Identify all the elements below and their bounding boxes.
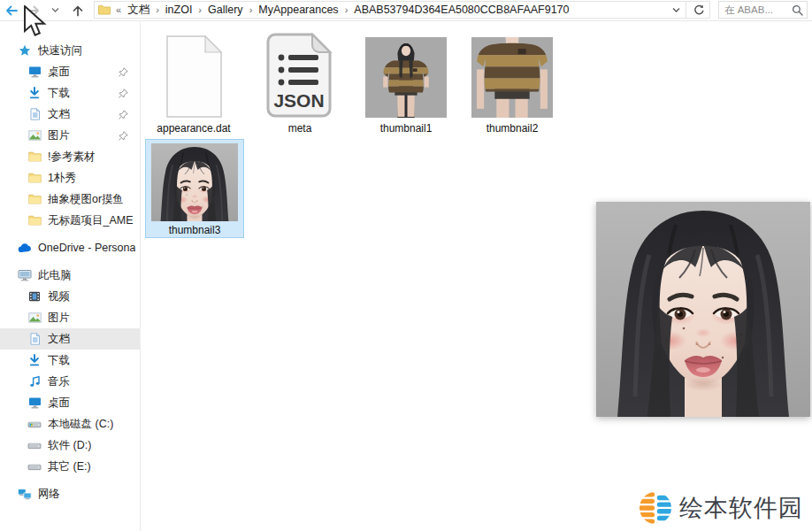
address-bar[interactable]: « 文档 › inZOI › Gallery › MyAppearances ›…	[94, 1, 686, 19]
sidebar-item-folder-untitled-ame[interactable]: 无标题项目_AME	[0, 210, 140, 231]
file-label: thumbnail3	[169, 224, 221, 236]
file-label: thumbnail2	[486, 122, 539, 135]
appearance-preview-image	[596, 202, 810, 417]
watermark-logo-icon	[640, 490, 671, 526]
file-thumbnail2[interactable]: thumbnail2	[459, 27, 565, 135]
thumbnail3-image	[151, 143, 238, 221]
sidebar-item-folder-piaoxiu[interactable]: 1朴秀	[0, 167, 140, 189]
sidebar-item-folder-memes[interactable]: 抽象梗图or摸鱼	[0, 189, 140, 210]
sidebar-item-drive-d[interactable]: 软件 (D:)	[0, 435, 140, 456]
sidebar-item-label: 视频	[48, 289, 70, 304]
breadcrumb-separator: ›	[156, 4, 159, 15]
sidebar-item-label: 抽象梗图or摸鱼	[48, 192, 124, 207]
sidebar-item-folder-reference[interactable]: !参考素材	[0, 146, 140, 167]
pictures-icon	[27, 311, 42, 325]
sidebar-item-desktop-pinned[interactable]: 桌面	[0, 61, 140, 82]
sidebar-item-label: 快速访问	[38, 43, 82, 58]
onedrive-cloud-icon	[18, 241, 32, 255]
sidebar-item-pictures-pinned[interactable]: 图片	[0, 125, 140, 146]
desktop-icon	[27, 396, 42, 410]
this-pc-icon	[18, 268, 32, 282]
breadcrumb-segment[interactable]: MyAppearances	[258, 4, 338, 16]
sidebar-item-downloads[interactable]: 下载	[0, 350, 140, 371]
navigation-pane: 快速访问 桌面 下载 文档 图片	[0, 21, 141, 531]
sidebar-item-network[interactable]: 网络	[0, 483, 140, 504]
breadcrumb-separator: ›	[345, 4, 349, 15]
sidebar-item-drive-e[interactable]: 其它 (E:)	[0, 456, 140, 477]
thumbnail1-image	[365, 37, 447, 118]
folder-icon	[27, 192, 42, 206]
sidebar-item-onedrive[interactable]: OneDrive - Persona	[0, 237, 140, 258]
file-grid: appearance.dat JSON meta thumbnail1 thum…	[141, 27, 565, 135]
dat-file-icon	[166, 35, 222, 118]
search-box[interactable]	[718, 1, 808, 19]
file-label: meta	[288, 122, 312, 135]
breadcrumb-separator: ›	[249, 4, 253, 15]
sidebar-item-label: 桌面	[48, 396, 70, 411]
pictures-icon	[27, 128, 42, 142]
folder-icon	[98, 4, 111, 15]
thumbnail2-image	[471, 37, 553, 118]
sidebar-item-label: OneDrive - Persona	[38, 242, 135, 254]
sidebar-item-label: 桌面	[48, 65, 70, 80]
sidebar-item-downloads-pinned[interactable]: 下载	[0, 82, 140, 104]
breadcrumb-segment[interactable]: Gallery	[208, 4, 243, 16]
file-appearance-dat[interactable]: appearance.dat	[141, 27, 247, 135]
download-icon	[27, 353, 42, 367]
sidebar-item-drive-c[interactable]: 本地磁盘 (C:)	[0, 413, 140, 435]
drive-c-icon	[27, 417, 42, 431]
sidebar-item-label: 网络	[38, 487, 60, 502]
sidebar-item-this-pc[interactable]: 此电脑	[0, 265, 140, 286]
explorer-toolbar: « 文档 › inZOI › Gallery › MyAppearances ›…	[0, 0, 812, 21]
breadcrumb-prefix: «	[116, 4, 121, 15]
desktop-icon	[27, 65, 42, 79]
sidebar-item-music[interactable]: 音乐	[0, 371, 140, 392]
sidebar-item-label: 下载	[48, 353, 70, 368]
sidebar-item-videos[interactable]: 视频	[0, 286, 140, 307]
file-label: thumbnail1	[380, 122, 433, 135]
sidebar-item-desktop[interactable]: 桌面	[0, 392, 140, 413]
search-input[interactable]	[723, 4, 792, 16]
file-thumbnail1[interactable]: thumbnail1	[353, 27, 459, 135]
recent-locations-button[interactable]	[44, 1, 66, 20]
breadcrumb-segment[interactable]: inZOI	[165, 4, 193, 16]
breadcrumb-segment[interactable]: 文档	[127, 3, 149, 18]
address-dropdown-chevron-icon[interactable]	[672, 7, 680, 13]
sidebar-item-label: 音乐	[48, 374, 70, 389]
sidebar-item-documents-pinned[interactable]: 文档	[0, 104, 140, 125]
search-icon	[792, 4, 803, 16]
back-button[interactable]	[0, 1, 22, 20]
up-arrow-icon	[72, 4, 84, 17]
music-icon	[27, 374, 42, 389]
pin-icon	[119, 67, 128, 77]
sidebar-item-documents-selected[interactable]: 文档	[0, 328, 140, 350]
sidebar-item-label: 软件 (D:)	[48, 438, 91, 453]
sidebar-item-label: 此电脑	[38, 268, 72, 283]
sidebar-item-pictures[interactable]: 图片	[0, 307, 140, 328]
forward-button[interactable]	[22, 1, 44, 20]
sidebar-item-label: 文档	[48, 107, 70, 122]
sidebar-item-label: 其它 (E:)	[48, 459, 91, 474]
sidebar-item-quick-access[interactable]: 快速访问	[0, 40, 140, 61]
folder-icon	[27, 213, 42, 227]
pin-icon	[119, 110, 128, 119]
breadcrumb-separator: ›	[198, 4, 202, 15]
videos-icon	[27, 289, 42, 304]
svg-text:JSON: JSON	[273, 90, 324, 111]
up-button[interactable]	[66, 1, 88, 20]
network-icon	[18, 487, 32, 501]
sidebar-item-label: 本地磁盘 (C:)	[48, 417, 113, 432]
sidebar-item-label: 无标题项目_AME	[48, 213, 134, 228]
file-meta-json[interactable]: JSON meta	[247, 27, 353, 135]
folder-icon	[27, 171, 42, 185]
back-arrow-icon	[4, 4, 19, 17]
watermark-text: 绘本软件园	[679, 492, 803, 524]
sidebar-item-label: 文档	[48, 332, 70, 347]
file-label: appearance.dat	[157, 122, 230, 135]
refresh-button[interactable]	[686, 1, 710, 19]
forward-arrow-icon	[27, 4, 41, 17]
drive-icon	[27, 438, 42, 452]
sidebar-item-label: 图片	[48, 311, 70, 326]
file-thumbnail3-selected[interactable]: thumbnail3	[145, 139, 244, 238]
breadcrumb-segment[interactable]: ABAB53794D364EA5080CCB8AFAAF9170	[354, 4, 569, 16]
